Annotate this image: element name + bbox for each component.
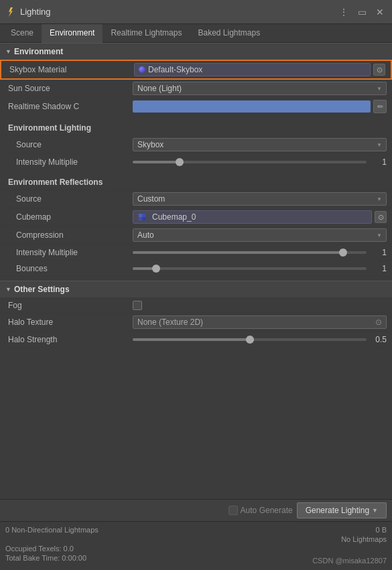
sun-source-label: Sun Source (5, 84, 133, 93)
title-bar: Lighting ⋮ ▭ ✕ (0, 0, 392, 24)
skybox-select-button[interactable]: ⊙ (373, 64, 385, 76)
env-lighting-source-value-container: Skybox ▼ (133, 138, 387, 151)
total-bake-row: Total Bake Time: 0:00:00 CSDN @misaka128… (5, 554, 387, 565)
realtime-shadow-color-field[interactable] (133, 100, 371, 113)
auto-generate-checkbox[interactable] (228, 506, 238, 515)
bounces-label: Bounces (5, 264, 133, 273)
environment-section-label: Environment (14, 47, 63, 56)
env-reflections-intensity-thumb[interactable] (339, 248, 347, 257)
halo-strength-row: Halo Strength 0.5 (0, 332, 392, 348)
credit-text: CSDN @misaka12807 (312, 557, 387, 565)
bottom-bar: Auto Generate Generate Lighting ▼ 0 Non-… (0, 499, 392, 570)
env-lighting-intensity-thumb[interactable] (176, 158, 184, 166)
env-reflections-intensity-track (133, 251, 367, 254)
realtime-shadow-row: Realtime Shadow C ✏ (0, 98, 392, 116)
no-lightmaps-row: No Lightmaps (5, 535, 387, 543)
compression-dropdown[interactable]: Auto ▼ (133, 228, 387, 242)
halo-strength-track (133, 338, 367, 341)
window-title: Lighting (20, 7, 51, 17)
fog-label: Fog (5, 301, 133, 310)
env-reflections-source-value-container: Custom ▼ (133, 192, 387, 206)
env-lighting-source-arrow-icon: ▼ (377, 142, 382, 148)
skybox-material-label: Skybox Material (7, 65, 134, 74)
halo-texture-field[interactable]: None (Texture 2D) ⊙ (133, 315, 387, 329)
environment-arrow-icon: ▼ (5, 48, 11, 55)
env-lighting-intensity-row: Intensity Multiplie 1 (0, 154, 392, 170)
env-lighting-intensity-slider[interactable]: 1 (133, 157, 387, 167)
env-lighting-intensity-value-container: 1 (133, 157, 387, 167)
skybox-material-text: Default-Skybox (148, 65, 202, 74)
cubemap-row: Cubemap Cubemap_0 ⊙ (0, 208, 392, 226)
eyedropper-button[interactable]: ✏ (373, 100, 387, 113)
realtime-shadow-label: Realtime Shadow C (5, 102, 133, 111)
cubemap-value-container: Cubemap_0 ⊙ (133, 210, 387, 224)
tabs-bar: Scene Environment Realtime Lightmaps Bak… (0, 24, 392, 43)
bounces-value-container: 1 (133, 264, 387, 273)
more-button[interactable]: ⋮ (336, 5, 351, 19)
halo-strength-fill (133, 338, 250, 341)
sun-source-dropdown[interactable]: None (Light) ▼ (133, 82, 387, 95)
env-lighting-intensity-fill (133, 161, 180, 163)
sun-source-row: Sun Source None (Light) ▼ (0, 80, 392, 98)
auto-generate-label: Auto Generate (228, 506, 293, 515)
bounces-track (133, 267, 367, 270)
generate-lighting-label: Generate Lighting (306, 506, 369, 515)
svg-rect-1 (139, 214, 142, 217)
cubemap-label: Cubemap (5, 212, 133, 222)
env-reflections-source-value: Custom (137, 194, 165, 204)
env-reflections-source-arrow-icon: ▼ (377, 196, 382, 202)
compression-arrow-icon: ▼ (377, 232, 382, 238)
minimize-button[interactable]: ▭ (355, 5, 369, 19)
compression-row: Compression Auto ▼ (0, 226, 392, 244)
skybox-material-field[interactable]: Default-Skybox (134, 63, 371, 76)
title-bar-controls: ⋮ ▭ ✕ (336, 5, 387, 19)
env-reflections-intensity-row: Intensity Multiplie 1 (0, 244, 392, 261)
sun-source-value: None (Light) (137, 84, 182, 93)
env-reflections-intensity-slider[interactable]: 1 (133, 248, 387, 257)
cubemap-field[interactable]: Cubemap_0 (133, 210, 372, 224)
compression-value-container: Auto ▼ (133, 228, 387, 242)
cubemap-icon (137, 212, 147, 222)
fog-value-container (133, 301, 387, 310)
tab-baked-lightmaps[interactable]: Baked Lightmaps (190, 24, 268, 43)
env-lighting-source-row: Source Skybox ▼ (0, 136, 392, 154)
tab-realtime-lightmaps[interactable]: Realtime Lightmaps (103, 24, 190, 43)
sun-source-value-container: None (Light) ▼ (133, 82, 387, 95)
skybox-dot-icon (139, 66, 145, 73)
environment-section-header[interactable]: ▼ Environment (0, 43, 392, 60)
tab-scene[interactable]: Scene (3, 24, 42, 43)
env-lighting-subheader-row: Environment Lighting (0, 120, 392, 136)
skybox-material-value-container: Default-Skybox ⊙ (134, 63, 385, 76)
env-reflections-source-dropdown[interactable]: Custom ▼ (133, 192, 387, 206)
bounces-slider[interactable]: 1 (133, 264, 387, 273)
env-reflections-intensity-fill (133, 251, 343, 254)
halo-texture-row: Halo Texture None (Texture 2D) ⊙ (0, 313, 392, 332)
env-lighting-intensity-value: 1 (371, 157, 387, 167)
bounces-row: Bounces 1 (0, 261, 392, 277)
svg-marker-0 (9, 7, 13, 17)
realtime-shadow-value-container: ✏ (133, 100, 387, 113)
env-reflections-source-label: Source (5, 194, 133, 204)
main-content: ▼ Environment Skybox Material Default-Sk… (0, 43, 392, 567)
svg-rect-4 (142, 217, 145, 220)
env-reflections-source-row: Source Custom ▼ (0, 190, 392, 208)
fog-checkbox[interactable] (133, 301, 142, 310)
halo-strength-thumb[interactable] (246, 336, 254, 344)
no-lightmaps-text: No Lightmaps (341, 535, 387, 543)
cubemap-select-button[interactable]: ⊙ (375, 211, 387, 223)
other-settings-section-label: Other Settings (14, 285, 70, 294)
env-lighting-intensity-label: Intensity Multiplie (5, 157, 133, 167)
env-lighting-subheader: Environment Lighting (5, 123, 133, 133)
tab-environment[interactable]: Environment (42, 24, 103, 43)
env-reflections-intensity-label: Intensity Multiplie (5, 248, 133, 257)
skybox-material-row: Skybox Material Default-Skybox ⊙ (0, 60, 392, 80)
generate-lighting-button[interactable]: Generate Lighting ▼ (297, 502, 387, 518)
other-settings-arrow-icon: ▼ (5, 286, 11, 293)
bounces-thumb[interactable] (152, 265, 160, 273)
env-lighting-source-dropdown[interactable]: Skybox ▼ (133, 138, 387, 151)
close-button[interactable]: ✕ (373, 5, 387, 19)
other-settings-section-header[interactable]: ▼ Other Settings (0, 281, 392, 297)
halo-strength-slider[interactable]: 0.5 (133, 335, 387, 344)
compression-label: Compression (5, 230, 133, 240)
lighting-icon (5, 7, 16, 17)
